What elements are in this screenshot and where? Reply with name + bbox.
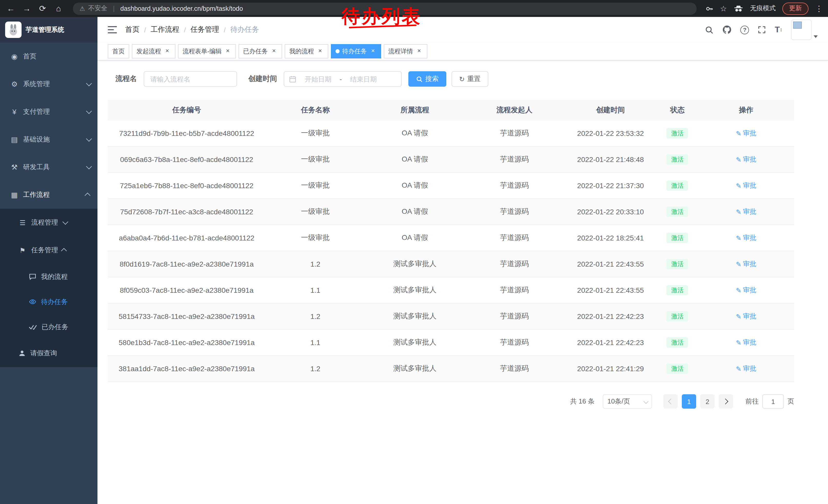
tab-home[interactable]: 首页 bbox=[108, 44, 129, 58]
user-menu[interactable] bbox=[791, 19, 818, 40]
sidebar-item-workflow[interactable]: ▦ 工作流程 bbox=[0, 181, 97, 209]
approve-link[interactable]: ✎ 审批 bbox=[736, 286, 756, 295]
edit-icon: ✎ bbox=[736, 365, 742, 372]
approve-link[interactable]: ✎ 审批 bbox=[736, 207, 756, 216]
close-icon[interactable]: × bbox=[224, 48, 232, 55]
sidebar-toggle-icon[interactable] bbox=[108, 26, 117, 34]
cell-actions: ✎ 审批 bbox=[698, 199, 794, 225]
sidebar-item-system[interactable]: ⚙ 系统管理 bbox=[0, 70, 97, 98]
tab-start-process[interactable]: 发起流程× bbox=[132, 44, 175, 58]
sidebar-item-payment[interactable]: ¥ 支付管理 bbox=[0, 98, 97, 126]
tools-icon: ⚒ bbox=[10, 163, 18, 171]
cell-starter: 芋道源码 bbox=[464, 277, 564, 303]
cell-process: OA 请假 bbox=[365, 173, 464, 199]
breadcrumb-home[interactable]: 首页 bbox=[125, 25, 139, 34]
app-logo-row[interactable]: 芋道管理系统 bbox=[0, 17, 97, 43]
tab-my-process[interactable]: 我的流程× bbox=[285, 44, 328, 58]
key-icon[interactable] bbox=[705, 4, 713, 12]
col-task-id: 任务编号 bbox=[108, 100, 265, 121]
cell-starter: 芋道源码 bbox=[464, 146, 564, 173]
home-icon[interactable]: ⌂ bbox=[53, 0, 64, 17]
next-page-button[interactable] bbox=[719, 394, 733, 409]
sidebar-item-task-mgmt[interactable]: ⚑ 任务管理 bbox=[0, 236, 97, 264]
prev-page-button[interactable] bbox=[663, 394, 678, 409]
cell-starter: 芋道源码 bbox=[464, 356, 564, 382]
sidebar-item-devtools[interactable]: ⚒ 研发工具 bbox=[0, 153, 97, 181]
address-bar[interactable]: ⚠ 不安全 | dashboard.yudao.iocoder.cn/bpm/t… bbox=[73, 2, 696, 15]
forward-icon[interactable]: → bbox=[21, 0, 32, 17]
tab-todo-tasks[interactable]: 待办任务× bbox=[331, 44, 381, 58]
cell-task-id: 580e1b3d-7ac8-11ec-a9e2-a2380e71991a bbox=[108, 329, 265, 356]
page-size-select[interactable]: 10条/页 bbox=[603, 394, 652, 409]
table-row: 725a1eb6-7b88-11ec-8ef0-acde48001122 一级审… bbox=[108, 173, 794, 199]
status-badge: 激活 bbox=[667, 259, 688, 269]
github-icon[interactable] bbox=[722, 25, 732, 34]
status-badge: 激活 bbox=[667, 337, 688, 348]
back-icon[interactable]: ← bbox=[5, 0, 16, 17]
search-icon[interactable] bbox=[705, 26, 714, 34]
approve-link[interactable]: ✎ 审批 bbox=[736, 364, 756, 373]
tab-process-form-edit[interactable]: 流程表单-编辑× bbox=[178, 44, 236, 58]
process-list-icon: ☰ bbox=[18, 219, 27, 226]
end-date-input[interactable] bbox=[344, 75, 383, 83]
sidebar-item-my-process[interactable]: 我的流程 bbox=[0, 264, 97, 289]
cell-create-time: 2022-01-21 22:43:55 bbox=[564, 251, 657, 277]
cell-actions: ✎ 审批 bbox=[698, 146, 794, 173]
update-button[interactable]: 更新 bbox=[782, 2, 809, 15]
close-icon[interactable]: × bbox=[164, 48, 171, 55]
close-icon[interactable]: × bbox=[271, 48, 278, 55]
approve-link[interactable]: ✎ 审批 bbox=[736, 129, 756, 138]
date-range-picker[interactable]: - bbox=[284, 71, 402, 87]
menu-dots-icon[interactable]: ⋮ bbox=[815, 4, 823, 13]
reload-icon[interactable]: ⟳ bbox=[37, 0, 48, 17]
security-label: 不安全 bbox=[88, 4, 108, 13]
eye-icon bbox=[29, 298, 36, 306]
breadcrumb-workflow[interactable]: 工作流程 bbox=[151, 25, 179, 34]
search-button[interactable]: 搜索 bbox=[408, 71, 446, 87]
sidebar-item-home[interactable]: ◉ 首页 bbox=[0, 43, 97, 70]
table-row: 8f059c03-7ac8-11ec-a9e2-a2380e71991a 1.1… bbox=[108, 277, 794, 303]
reset-button[interactable]: ↻ 重置 bbox=[451, 71, 488, 87]
close-icon[interactable]: × bbox=[416, 48, 423, 55]
cell-task-name: 1.2 bbox=[265, 303, 365, 329]
status-badge: 激活 bbox=[667, 154, 688, 165]
pagination: 共 16 条 10条/页 1 2 前往 页 bbox=[108, 394, 794, 409]
cell-task-name: 一级审批 bbox=[265, 199, 365, 225]
approve-link[interactable]: ✎ 审批 bbox=[736, 260, 756, 269]
close-icon[interactable]: × bbox=[317, 48, 324, 55]
incognito-icon bbox=[734, 5, 743, 12]
status-badge: 激活 bbox=[667, 285, 688, 295]
sidebar-item-done-tasks[interactable]: 已办任务 bbox=[0, 314, 97, 339]
approve-link[interactable]: ✎ 审批 bbox=[736, 312, 756, 321]
sidebar-item-infra[interactable]: ▤ 基础设施 bbox=[0, 126, 97, 153]
col-starter: 流程发起人 bbox=[464, 100, 564, 121]
close-icon[interactable]: × bbox=[369, 48, 377, 55]
table-body: 73211d9d-7b9b-11ec-b5b7-acde48001122 一级审… bbox=[108, 121, 794, 382]
tab-process-detail[interactable]: 流程详情× bbox=[384, 44, 427, 58]
cell-status: 激活 bbox=[657, 251, 698, 277]
page-button-2[interactable]: 2 bbox=[700, 394, 715, 409]
sidebar-item-leave-query[interactable]: 请假查询 bbox=[0, 339, 97, 367]
cell-task-name: 1.1 bbox=[265, 277, 365, 303]
sidebar-item-process-mgmt[interactable]: ☰ 流程管理 bbox=[0, 209, 97, 236]
approve-link[interactable]: ✎ 审批 bbox=[736, 155, 756, 164]
breadcrumb-task-mgmt[interactable]: 任务管理 bbox=[191, 25, 219, 34]
navbar-actions: ? T↕ bbox=[705, 19, 818, 40]
approve-link[interactable]: ✎ 审批 bbox=[736, 181, 756, 190]
tab-done-tasks[interactable]: 已办任务× bbox=[239, 44, 282, 58]
start-date-input[interactable] bbox=[299, 75, 338, 83]
goto-page-input[interactable] bbox=[762, 394, 784, 409]
total-count: 共 16 条 bbox=[570, 397, 594, 406]
star-icon[interactable]: ☆ bbox=[720, 4, 727, 13]
sidebar-item-todo-tasks[interactable]: 待办任务 bbox=[0, 289, 97, 314]
help-icon[interactable]: ? bbox=[740, 26, 749, 34]
process-name-input[interactable] bbox=[143, 71, 237, 87]
cell-status: 激活 bbox=[657, 356, 698, 382]
fullscreen-icon[interactable] bbox=[758, 26, 766, 34]
range-separator: - bbox=[340, 75, 342, 83]
workflow-icon: ▦ bbox=[10, 191, 18, 199]
approve-link[interactable]: ✎ 审批 bbox=[736, 338, 756, 347]
font-size-icon[interactable]: T↕ bbox=[775, 26, 782, 34]
approve-link[interactable]: ✎ 审批 bbox=[736, 233, 756, 242]
page-button-1[interactable]: 1 bbox=[682, 394, 696, 409]
